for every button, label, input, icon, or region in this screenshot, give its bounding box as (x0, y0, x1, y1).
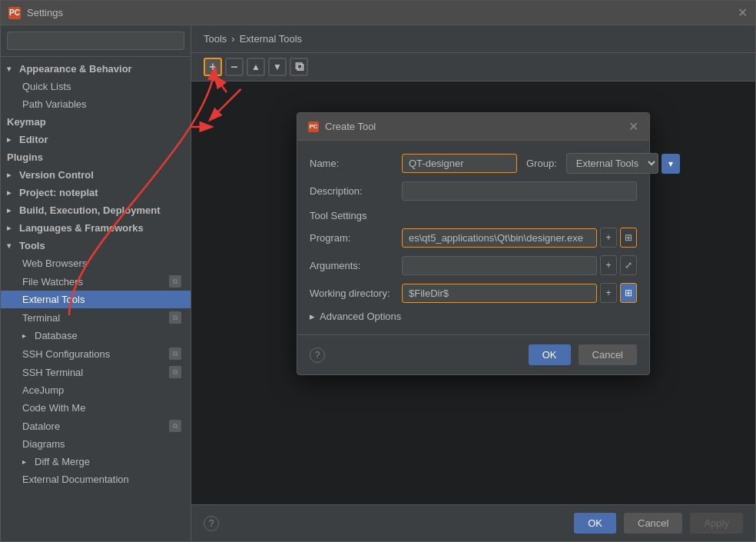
sidebar: ▾ Appearance & Behavior Quick Lists Path… (1, 25, 191, 541)
datalore-badge: ⧉ (169, 420, 181, 432)
apply-button[interactable]: Apply (690, 513, 743, 534)
search-input[interactable] (7, 32, 184, 50)
sidebar-item-diagrams[interactable]: Diagrams (1, 435, 191, 453)
breadcrumb-separator: › (231, 33, 234, 45)
working-dir-row: Working directory: + ⊞ (310, 283, 637, 303)
file-watchers-badge: ⧉ (169, 275, 181, 288)
sidebar-item-datalore[interactable]: Datalore ⧉ (1, 417, 191, 435)
sidebar-tree: ▾ Appearance & Behavior Quick Lists Path… (1, 57, 191, 541)
chevron-right-icon: ▸ (7, 135, 16, 145)
program-browse-button[interactable]: ⊞ (620, 228, 637, 248)
chevron-right-icon: ▸ (22, 457, 32, 467)
toolbar: + – ▲ ▼ ⧉ (191, 53, 755, 81)
dialog-close-icon[interactable]: ✕ (628, 119, 638, 134)
advanced-options-section[interactable]: ▸ Advanced Options (310, 311, 637, 322)
arguments-row: Arguments: + ⤢ (310, 255, 637, 275)
name-label: Name: (310, 158, 402, 169)
app-icon: PC (8, 7, 21, 19)
tool-settings-label: Tool Settings (310, 210, 637, 221)
chevron-right-icon: ▸ (7, 171, 16, 180)
dialog-body: Name: Group: External Tools ▾ (297, 141, 649, 334)
dialog-ok-button[interactable]: OK (529, 344, 571, 365)
sidebar-item-database[interactable]: ▸ Database (1, 327, 191, 344)
description-row: Description: (310, 181, 637, 201)
group-dropdown-button[interactable]: ▾ (662, 154, 680, 174)
working-dir-browse-button[interactable]: ⊞ (620, 283, 637, 303)
program-input-group: + ⊞ (402, 228, 637, 248)
window-title: Settings (27, 7, 737, 18)
arguments-add-button[interactable]: + (600, 255, 617, 275)
sidebar-item-keymap[interactable]: Keymap (1, 113, 191, 131)
group-label: Group: (526, 158, 557, 169)
sidebar-item-terminal[interactable]: Terminal ⧉ (1, 308, 191, 327)
sidebar-item-diff-merge[interactable]: ▸ Diff & Merge (1, 453, 191, 471)
dialog-overlay: PC Create Tool ✕ Name: (191, 81, 755, 504)
bottom-bar: ? OK Cancel Apply (191, 504, 755, 541)
sidebar-item-editor[interactable]: ▸ Editor (1, 131, 191, 148)
sidebar-item-path-variables[interactable]: Path Variables (1, 95, 191, 113)
group-select[interactable]: External Tools (566, 153, 658, 174)
breadcrumb-current: External Tools (240, 33, 302, 45)
main-area: PC Create Tool ✕ Name: (191, 81, 755, 504)
program-row: Program: + ⊞ (310, 228, 637, 248)
working-dir-label: Working directory: (310, 288, 402, 299)
advanced-options-label: Advanced Options (320, 311, 401, 322)
name-input[interactable] (402, 154, 517, 173)
cancel-button[interactable]: Cancel (624, 513, 682, 534)
sidebar-item-version-control[interactable]: ▸ Version Control (1, 166, 191, 184)
dialog-app-icon: PC (308, 121, 319, 132)
chevron-right-icon: ▸ (22, 331, 32, 341)
main-content: ▾ Appearance & Behavior Quick Lists Path… (1, 25, 755, 541)
ssh-config-badge: ⧉ (169, 347, 181, 360)
sidebar-item-quick-lists[interactable]: Quick Lists (1, 78, 191, 95)
arguments-expand-button[interactable]: ⤢ (620, 255, 637, 275)
chevron-right-icon: ▸ (7, 206, 16, 215)
chevron-right-icon: ▸ (7, 224, 16, 233)
sidebar-item-plugins[interactable]: Plugins (1, 148, 191, 166)
help-button[interactable]: ? (204, 516, 219, 531)
working-dir-input[interactable] (402, 284, 597, 303)
arguments-input-group: + ⤢ (402, 255, 637, 275)
sidebar-item-ssh-terminal[interactable]: SSH Terminal ⧉ (1, 363, 191, 381)
sidebar-item-ssh-configurations[interactable]: SSH Configurations ⧉ (1, 344, 191, 363)
description-label: Description: (310, 185, 402, 197)
dialog-cancel-button[interactable]: Cancel (579, 344, 637, 365)
remove-button[interactable]: – (225, 58, 244, 76)
move-down-button[interactable]: ▼ (268, 58, 287, 76)
chevron-down-icon: ▾ (7, 65, 16, 74)
sidebar-item-external-documentation[interactable]: External Documentation (1, 471, 191, 488)
sidebar-item-code-with-me[interactable]: Code With Me (1, 399, 191, 417)
create-tool-dialog: PC Create Tool ✕ Name: (297, 112, 650, 375)
arguments-label: Arguments: (310, 260, 402, 271)
add-button[interactable]: + (204, 58, 222, 76)
program-add-button[interactable]: + (600, 228, 617, 248)
sidebar-item-tools[interactable]: ▾ Tools (1, 237, 191, 254)
dialog-title-text: Create Tool (325, 121, 622, 132)
ok-button[interactable]: OK (574, 513, 616, 534)
arguments-input[interactable] (402, 256, 597, 275)
sidebar-item-file-watchers[interactable]: File Watchers ⧉ (1, 272, 191, 291)
dialog-footer: ? OK Cancel (297, 334, 649, 374)
description-input[interactable] (402, 181, 637, 201)
sidebar-item-languages[interactable]: ▸ Languages & Frameworks (1, 219, 191, 237)
sidebar-item-build[interactable]: ▸ Build, Execution, Deployment (1, 201, 191, 219)
sidebar-item-acejump[interactable]: AceJump (1, 381, 191, 399)
sidebar-item-web-browsers[interactable]: Web Browsers (1, 254, 191, 272)
program-input[interactable] (402, 228, 597, 248)
program-label: Program: (310, 232, 402, 244)
breadcrumb-root: Tools (204, 33, 227, 45)
move-up-button[interactable]: ▲ (247, 58, 265, 76)
ssh-terminal-badge: ⧉ (169, 366, 181, 378)
sidebar-item-appearance[interactable]: ▾ Appearance & Behavior (1, 60, 191, 78)
dialog-help-button[interactable]: ? (310, 347, 325, 363)
sidebar-item-project[interactable]: ▸ Project: noteplat (1, 184, 191, 201)
working-dir-add-button[interactable]: + (600, 283, 617, 303)
sidebar-item-external-tools[interactable]: External Tools (1, 291, 191, 308)
chevron-down-icon: ▾ (7, 241, 16, 251)
close-icon[interactable]: ✕ (737, 8, 748, 18)
copy-button[interactable]: ⧉ (290, 58, 308, 76)
right-panel: Tools › External Tools + – ▲ ▼ (191, 25, 755, 541)
title-bar: PC Settings ✕ (1, 1, 755, 25)
terminal-badge: ⧉ (169, 311, 181, 324)
name-group-row: Name: Group: External Tools ▾ (310, 153, 637, 174)
